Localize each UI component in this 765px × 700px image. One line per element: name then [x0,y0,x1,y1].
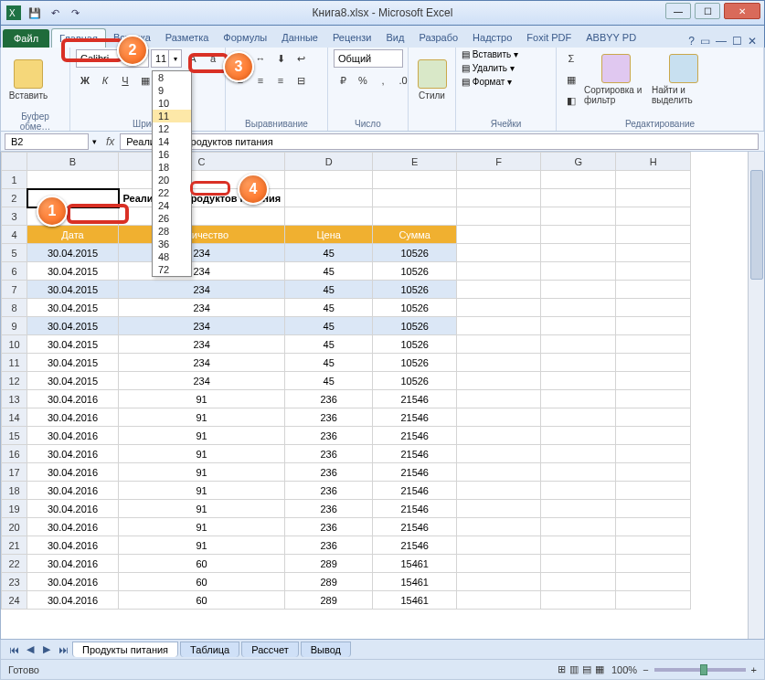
cell-E14[interactable]: 21546 [373,408,457,427]
cell-C13[interactable]: 91 [119,390,285,408]
cell-E21[interactable]: 21546 [373,536,457,555]
align-right-icon[interactable]: ≡ [271,71,290,90]
cell-H17[interactable] [616,463,691,482]
zoom-slider[interactable] [654,668,746,672]
cell-H19[interactable] [616,500,691,518]
cell-D20[interactable]: 236 [285,518,373,536]
row-header-22[interactable]: 22 [2,555,27,573]
fill-icon[interactable]: ▦ [562,70,580,89]
cell-B12[interactable]: 30.04.2015 [27,372,119,390]
cell-D17[interactable]: 236 [285,463,373,482]
save-icon[interactable]: 💾 [27,5,43,21]
currency-icon[interactable]: ₽ [334,71,352,90]
font-size-option-8[interactable]: 8 [153,71,191,84]
cell-F13[interactable] [457,390,541,408]
ribbon-tab-2[interactable]: Разметка [158,28,217,48]
cell-C19[interactable]: 91 [119,500,285,518]
cell-F18[interactable] [457,482,541,500]
cell-G15[interactable] [541,427,616,445]
sort-filter-button[interactable]: Сортировка и фильтр [584,49,648,110]
cell-H5[interactable] [616,244,691,262]
select-all-cell[interactable] [2,153,27,171]
cell-C5[interactable]: 234 [119,244,285,262]
font-size-option-11[interactable]: 11 [153,110,191,122]
sheet-tab[interactable]: Рассчет [241,642,299,657]
row-header-21[interactable]: 21 [2,536,27,555]
ribbon-tab-9[interactable]: Foxit PDF [519,28,579,48]
cell-D12[interactable]: 45 [285,372,373,390]
redo-icon[interactable]: ↷ [67,5,83,21]
cell-E20[interactable]: 21546 [373,518,457,536]
namebox-dropdown-icon[interactable]: ▾ [89,137,101,146]
percent-icon[interactable]: % [354,71,372,90]
cell-C7[interactable]: 234 [119,281,285,299]
ribbon-tab-4[interactable]: Данные [274,28,325,48]
italic-button[interactable]: К [96,71,114,90]
cell-E24[interactable]: 15461 [373,591,457,610]
doc-close-icon[interactable]: ✕ [748,35,757,48]
font-size-option-26[interactable]: 26 [153,212,191,225]
cell-B15[interactable]: 30.04.2016 [27,427,119,445]
cell-H16[interactable] [616,445,691,463]
row-header-19[interactable]: 19 [2,500,27,518]
cell-F17[interactable] [457,463,541,482]
cell-E15[interactable]: 21546 [373,427,457,445]
row-header-1[interactable]: 1 [2,171,27,189]
sheet-nav-next-icon[interactable]: ▶ [39,643,54,655]
zoom-level[interactable]: 100% [611,664,637,675]
font-size-option-14[interactable]: 14 [153,135,191,148]
delete-cells-button[interactable]: ▤ Удалить ▾ [462,63,515,73]
cell-D23[interactable]: 289 [285,573,373,591]
cell-H24[interactable] [616,591,691,610]
font-size-option-28[interactable]: 28 [153,225,191,238]
cell-G11[interactable] [541,354,616,372]
cell-B20[interactable]: 30.04.2016 [27,518,119,536]
cell-G14[interactable] [541,408,616,427]
row-header-16[interactable]: 16 [2,445,27,463]
cell-H6[interactable] [616,262,691,281]
cell-H21[interactable] [616,536,691,555]
ribbon-tab-7[interactable]: Разрабо [411,28,465,48]
ribbon-tab-0[interactable]: Главная [51,28,106,48]
cell-E13[interactable]: 21546 [373,390,457,408]
cell-F24[interactable] [457,591,541,610]
styles-button[interactable]: Стили [414,49,450,110]
cell-C23[interactable]: 60 [119,573,285,591]
cell-G3[interactable] [541,207,616,226]
cell-G23[interactable] [541,573,616,591]
row-header-11[interactable]: 11 [2,354,27,372]
font-size-input[interactable]: 11 ▾ 891011121416182022242628364872 [151,49,182,68]
cell-H2[interactable] [616,189,691,207]
cell-D22[interactable]: 289 [285,555,373,573]
cell-F15[interactable] [457,427,541,445]
cell-B9[interactable]: 30.04.2015 [27,317,119,335]
view-mode-icon[interactable]: ▦ [595,663,604,674]
cell-F23[interactable] [457,573,541,591]
cell-C18[interactable]: 91 [119,482,285,500]
cell-E8[interactable]: 10526 [373,299,457,317]
sheet-nav-prev-icon[interactable]: ◀ [23,643,37,655]
cell-D5[interactable]: 45 [285,244,373,262]
name-box[interactable]: B2 [5,133,89,150]
cell-H9[interactable] [616,317,691,335]
cell-E7[interactable]: 10526 [373,281,457,299]
cell-G19[interactable] [541,500,616,518]
cell-B11[interactable]: 30.04.2015 [27,354,119,372]
find-select-button[interactable]: Найти и выделить [652,49,716,110]
sheet-nav-last-icon[interactable]: ⏭ [56,644,70,655]
row-header-23[interactable]: 23 [2,573,27,591]
cell-F11[interactable] [457,354,541,372]
format-cells-button[interactable]: ▤ Формат ▾ [462,77,512,87]
grow-font-icon[interactable]: A [184,49,202,68]
cell-E16[interactable]: 21546 [373,445,457,463]
font-size-option-16[interactable]: 16 [153,148,191,161]
maximize-button[interactable]: ☐ [695,3,720,19]
sheet-nav-first-icon[interactable]: ⏮ [6,644,21,655]
cell-B24[interactable]: 30.04.2016 [27,591,119,610]
cell-D8[interactable]: 45 [285,299,373,317]
cell-H22[interactable] [616,555,691,573]
cell-F4[interactable] [457,226,541,244]
cell-E11[interactable]: 10526 [373,354,457,372]
cell-B16[interactable]: 30.04.2016 [27,445,119,463]
row-header-24[interactable]: 24 [2,591,27,610]
